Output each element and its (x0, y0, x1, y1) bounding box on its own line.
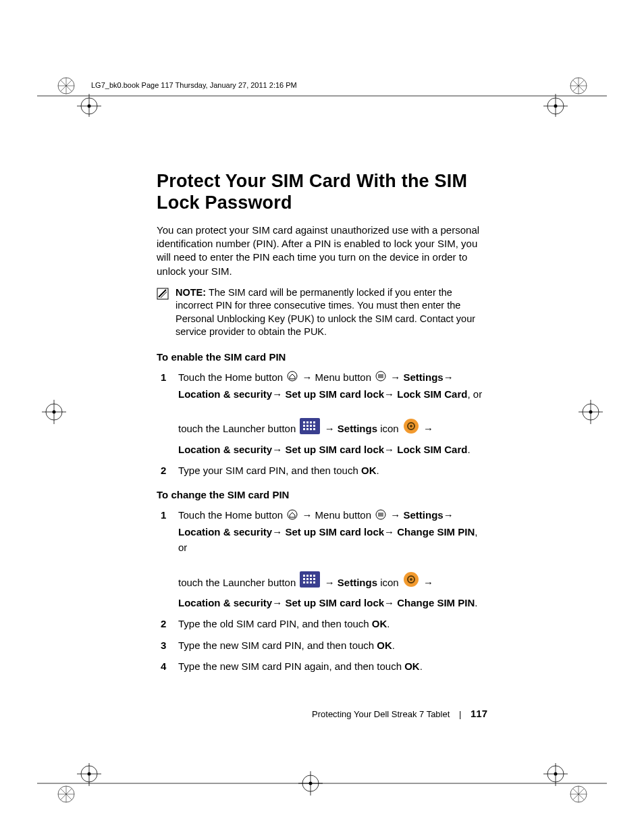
setup-sim-lock-label: Set up SIM card lock (285, 526, 384, 538)
text: Type your SIM card PIN, and then touch (178, 465, 361, 476)
launcher-button-icon (300, 571, 320, 595)
ok-label: OK (372, 618, 387, 629)
svg-rect-85 (306, 578, 308, 580)
svg-point-27 (589, 411, 593, 414)
ok-label: OK (361, 465, 377, 476)
settings-label: Settings (404, 509, 444, 521)
arrow: → (384, 526, 394, 538)
steps-enable: Touch the Home button → Menu button → Se… (157, 369, 487, 478)
ok-label: OK (377, 640, 392, 651)
text: . (420, 660, 423, 672)
svg-rect-64 (306, 425, 308, 427)
setup-sim-lock-label: Set up SIM card lock (285, 597, 384, 608)
svg-rect-87 (313, 578, 315, 580)
crop-mark-mid-left (41, 398, 68, 425)
text: Type the new SIM card PIN again, and the… (178, 660, 404, 672)
page-footer: Protecting Your Dell Streak 7 Tablet | 1… (157, 708, 487, 719)
arrow: → (272, 444, 282, 455)
note-text: NOTE: The SIM card will be permanently l… (176, 286, 487, 339)
svg-rect-88 (303, 581, 305, 583)
text: touch the Launcher button (178, 423, 298, 434)
text: touch the Launcher button (178, 577, 298, 588)
arrow: → (444, 371, 454, 383)
footer-chapter: Protecting Your Dell Streak 7 Tablet (312, 709, 450, 719)
svg-point-94 (410, 578, 412, 581)
location-security-label: Location & security (178, 526, 272, 538)
launcher-button-icon (300, 418, 320, 442)
text: Touch the Home button (178, 509, 286, 521)
svg-rect-62 (313, 421, 315, 423)
section-change-heading: To change the SIM card PIN (157, 489, 487, 500)
svg-rect-84 (303, 578, 305, 580)
svg-rect-86 (310, 578, 312, 580)
svg-rect-81 (306, 575, 308, 577)
location-security-label: Location & security (178, 444, 272, 455)
change-sim-pin-label: Change SIM PIN (397, 597, 475, 608)
settings-label: Settings (338, 577, 377, 588)
arrow: → (390, 371, 400, 383)
ok-label: OK (404, 660, 420, 672)
svg-rect-59 (303, 421, 305, 423)
text: . (475, 597, 477, 608)
svg-point-53 (288, 371, 297, 381)
text: Type the old SIM card PIN, and then touc… (178, 618, 372, 629)
note-label: NOTE: (176, 287, 206, 298)
svg-point-10 (88, 105, 91, 108)
setup-sim-lock-label: Set up SIM card lock (285, 444, 384, 455)
step-change-3: Type the new SIM card PIN, and then touc… (157, 637, 487, 653)
svg-point-44 (554, 773, 558, 776)
arrow: → (384, 388, 394, 400)
text: . (467, 444, 470, 455)
setup-sim-lock-label: Set up SIM card lock (285, 388, 384, 400)
svg-rect-68 (306, 428, 308, 430)
svg-rect-82 (310, 575, 312, 577)
text: , or (467, 388, 482, 400)
step-change-4: Type the new SIM card PIN again, and the… (157, 658, 487, 674)
arrow: → (272, 526, 282, 538)
text: . (376, 465, 379, 476)
change-sim-pin-label: Change SIM PIN (397, 526, 475, 538)
intro-paragraph: You can protect your SIM card against un… (157, 224, 487, 278)
crop-mark-bottom-center (297, 770, 324, 797)
crop-mark-top-right (537, 76, 591, 117)
note-icon (157, 288, 169, 300)
settings-app-icon (403, 571, 419, 595)
svg-rect-80 (303, 575, 305, 577)
svg-rect-83 (313, 575, 315, 577)
menu-button-icon (375, 509, 386, 524)
menu-button-icon (375, 370, 386, 386)
svg-rect-60 (306, 421, 308, 423)
step-enable-1: Touch the Home button → Menu button → Se… (157, 369, 487, 457)
svg-point-40 (309, 782, 313, 785)
page-number: 117 (471, 708, 487, 719)
svg-rect-90 (310, 581, 312, 583)
text: . (387, 618, 390, 629)
svg-rect-66 (313, 425, 315, 427)
crop-mark-top-left (54, 76, 108, 117)
home-button-icon (287, 509, 298, 524)
footer-separator: | (459, 709, 461, 719)
settings-label: Settings (338, 423, 377, 434)
arrow: → (325, 577, 335, 588)
svg-rect-89 (306, 581, 308, 583)
svg-rect-70 (313, 428, 315, 430)
steps-change: Touch the Home button → Menu button → Se… (157, 507, 487, 674)
print-header: LG7_bk0.book Page 117 Thursday, January … (91, 81, 297, 89)
settings-label: Settings (404, 371, 444, 383)
arrow: → (423, 577, 433, 588)
text: Menu button (315, 509, 375, 521)
step-enable-2: Type your SIM card PIN, and then touch O… (157, 463, 487, 478)
svg-point-31 (88, 773, 91, 776)
svg-rect-67 (303, 428, 305, 430)
svg-point-74 (288, 510, 297, 519)
arrow: → (384, 597, 394, 608)
svg-rect-65 (310, 425, 312, 427)
crop-mark-mid-right (577, 398, 604, 425)
arrow: → (302, 509, 312, 521)
text: Menu button (315, 371, 375, 383)
crop-line-top (37, 95, 607, 97)
svg-rect-63 (303, 425, 305, 427)
svg-rect-61 (310, 421, 312, 423)
step-change-2: Type the old SIM card PIN, and then touc… (157, 616, 487, 631)
arrow: → (444, 509, 454, 521)
